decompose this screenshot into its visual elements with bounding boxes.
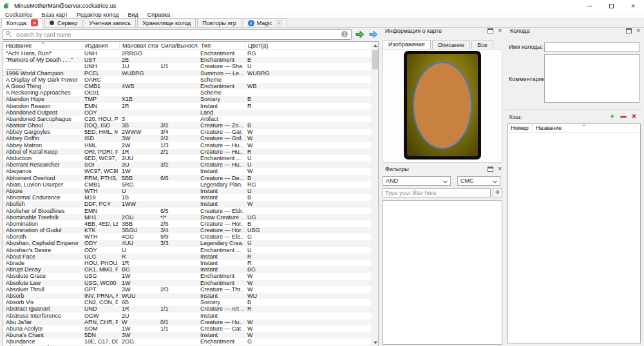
card-row[interactable]: Abian, Luvion UsurperCMB15RGLegendary Pl…	[3, 181, 372, 188]
card-row[interactable]: AbolishDDF, PCY1WWInstantW	[3, 201, 372, 207]
comments-textarea[interactable]	[544, 54, 639, 103]
card-row[interactable]: Abomination of GudulKTK3BGU3/4Creature —…	[3, 227, 372, 233]
deck-name-input[interactable]	[544, 42, 639, 52]
card-row[interactable]: A Reckoning ApproachesOE01Scheme	[3, 89, 372, 96]
increment-card-button[interactable]: +	[607, 112, 617, 121]
cell-power-toughness	[158, 155, 196, 161]
card-row[interactable]: Aberrant ResearcherSOI3U3/2Creature — Hu…	[3, 161, 372, 168]
card-row[interactable]: Abandon ReasonEMN2RInstantR	[3, 103, 372, 109]
card-row[interactable]: "Ach! Hans, Run!"UNH2RRGGEnchantmentRG	[3, 50, 372, 57]
tab-all[interactable]: Все	[471, 41, 493, 49]
scroll-down-button[interactable]	[372, 339, 378, 346]
column-header-type[interactable]: Тип	[198, 42, 245, 50]
card-row[interactable]: Aboshan's DesireODYUEnchantment ...U	[3, 247, 372, 253]
card-row[interactable]: Abundance10E, C17, DDR, ...2GGEnchantmen…	[3, 338, 372, 345]
cell-name: Absorb	[3, 293, 80, 299]
tab-game-magic[interactable]: i Magic ×	[243, 18, 287, 27]
card-row[interactable]: Abbey Gargoyles5ED, HML, ME2,...2WWW3/4C…	[3, 129, 372, 135]
card-row[interactable]: AbradeHOU, PHOU, P...1RInstantR	[3, 260, 372, 266]
card-row[interactable]: 1996 World ChampionPCELWUBRGSummon — Le.…	[3, 70, 372, 77]
deck-column-number[interactable]: Номер	[508, 124, 533, 132]
decrement-card-button[interactable]	[618, 112, 628, 121]
card-row[interactable]: Abuna AcolyteSOM1W1/1Creature — Cat ...W	[3, 325, 372, 332]
scrollbar-thumb[interactable]	[372, 50, 378, 69]
card-row[interactable]: Absolute LawUSG, WC001WEnchantmentW	[3, 280, 372, 286]
card-row[interactable]: Abstract IguanartUND1R1/1Creature — Art …	[3, 305, 372, 312]
card-row[interactable]: Absorb VisCN2, CON, DDK...6BSorceryB	[3, 299, 372, 305]
tab-deck-close-icon[interactable]: ×	[31, 19, 38, 26]
undock-icon[interactable]	[488, 28, 493, 33]
menu-item-база-карт[interactable]: База карт	[42, 12, 68, 18]
card-row[interactable]: _____UNH1U1/1Creature — Sha...U	[3, 63, 372, 69]
remove-card-button[interactable]: ×	[629, 112, 639, 121]
undock-icon[interactable]	[626, 28, 632, 33]
card-row[interactable]: AborothWTH4GG9/9Creature — Ele...G	[3, 233, 372, 240]
card-row[interactable]: AbjureWTHUInstantU	[3, 188, 372, 194]
card-row[interactable]: Abnormal EnduranceM191BInstantB	[3, 194, 372, 201]
tab-server[interactable]: Сервер	[44, 18, 82, 27]
minimize-button[interactable]	[578, 0, 600, 12]
tab-deck[interactable]: Колода: ×	[1, 18, 43, 28]
card-row[interactable]: Abbey MatronHML2W1/3Creature — Hu...W	[3, 142, 372, 149]
filters-close-icon[interactable]: ×	[498, 166, 502, 172]
cell-mana-cost: 1W	[119, 168, 156, 174]
card-row[interactable]: Abandoned OutpostODYLand	[3, 109, 372, 116]
column-header-power-toughness[interactable]: Сила/Выносливо	[158, 42, 198, 50]
card-row[interactable]: About FaceULGRInstantR	[3, 253, 372, 260]
card-row[interactable]: "Rumors of My Death . . ."UST2BEnchantme…	[3, 57, 372, 63]
card-row[interactable]: Abominable TreefolkMH12GU*/*Snow Creatur…	[3, 214, 372, 221]
card-row[interactable]: Abu Ja'farARN, CHR, PR...W0/1Creature — …	[3, 319, 372, 325]
card-row[interactable]: Abandon HopeTMPX1BSorceryB	[3, 96, 372, 102]
tab-description[interactable]: Описание	[432, 41, 470, 49]
deck-column-name[interactable]: Название	[533, 124, 640, 132]
filter-list[interactable]	[383, 200, 502, 345]
search-info-icon[interactable]: i	[341, 31, 348, 37]
card-row[interactable]: Absolute GraceUSG1WEnchantmentW	[3, 273, 372, 279]
card-table-scrollbar[interactable]	[372, 42, 378, 346]
menu-item-редактор-колод[interactable]: Редактор колод	[77, 12, 119, 18]
card-row[interactable]: Abhorrent OverlordPRM, PTHS, THS5BB6/6Cr…	[3, 175, 372, 181]
add-to-deck-button[interactable]	[355, 29, 365, 40]
menu-item-cockatrice[interactable]: Cockatrice	[5, 12, 33, 18]
add-to-sideboard-button[interactable]	[368, 29, 379, 40]
card-row[interactable]: Abomination4BB, 4ED, LEG, ...3BB2/6Creat…	[3, 221, 372, 227]
maximize-button[interactable]	[600, 0, 622, 12]
card-row[interactable]: Abduction6ED, WC97, WTH2UUEnchantment ..…	[3, 155, 372, 161]
filter-field-select[interactable]: CMC	[457, 176, 500, 186]
column-header-editions[interactable]: Издания	[82, 42, 119, 50]
card-row[interactable]: A Good ThingCMB14WBEnchantmentWB	[3, 83, 372, 89]
tab-account[interactable]: Учетная запись	[84, 18, 136, 27]
card-row[interactable]: Absolver ThrullGPT3W2/3Creature — Thr...…	[3, 286, 372, 293]
card-row[interactable]: AbeyanceWC97, WC98, ...1WInstantW	[3, 168, 372, 174]
menu-item-вид[interactable]: Вид	[128, 12, 138, 18]
card-row[interactable]: Abattoir GhoulDDQ, ISD3B3/2Creature — Zo…	[3, 122, 372, 129]
undock-icon[interactable]	[488, 167, 493, 172]
cell-name: Abjure	[3, 188, 80, 194]
column-header-colors[interactable]: Цвет(а)	[245, 42, 373, 50]
tab-game-close-icon[interactable]: ×	[276, 20, 282, 26]
tab-deck-storage[interactable]: Хранилище колод	[137, 18, 196, 27]
close-button[interactable]: ×	[622, 0, 644, 12]
card-row[interactable]: Abolisher of BloodlinesEMN6/5Creature — …	[3, 208, 372, 214]
add-filter-button[interactable]: +	[493, 188, 502, 197]
card-info-close-icon[interactable]: ×	[498, 28, 502, 34]
scroll-up-button[interactable]	[372, 42, 378, 50]
deck-panel-close-icon[interactable]: ×	[636, 28, 640, 34]
filter-input[interactable]	[383, 188, 491, 197]
filter-logic-select[interactable]: AND	[383, 176, 451, 186]
menu-item-справка[interactable]: Справка	[147, 12, 170, 18]
card-row[interactable]: Abandoned SarcophagusC20, HOU, PHOU3Arti…	[3, 116, 372, 122]
card-row[interactable]: Abuna's Chant5DN3WInstantW	[3, 332, 372, 338]
tab-replays[interactable]: Повторы игр	[197, 18, 241, 27]
card-row[interactable]: A Display of My Dark PowerOARCScheme	[3, 77, 372, 83]
card-row[interactable]: AbsorbINV, PRNA, RNAWUUInstantWU	[3, 293, 372, 299]
card-row[interactable]: Aboshan, Cephalid EmperorODY4UU3/3Legend…	[3, 240, 372, 246]
deck-list-table[interactable]: Номер Название	[507, 123, 641, 343]
card-row[interactable]: Abbot of Keral KeepORI, PORI, PRM1R2/1Cr…	[3, 149, 372, 155]
tab-image[interactable]: Изображение	[383, 40, 431, 49]
card-row[interactable]: Abstruse InterferenceOGW2UInstant	[3, 313, 372, 319]
card-row[interactable]: Abbey GriffinISD3W2/2Creature — Grif...W	[3, 135, 372, 141]
search-input[interactable]	[3, 29, 352, 40]
column-header-mana-cost[interactable]: Мановая стоимо	[119, 42, 158, 50]
card-row[interactable]: Abrupt DecayGK1, MM3, PR...BGInstantBG	[3, 266, 372, 273]
